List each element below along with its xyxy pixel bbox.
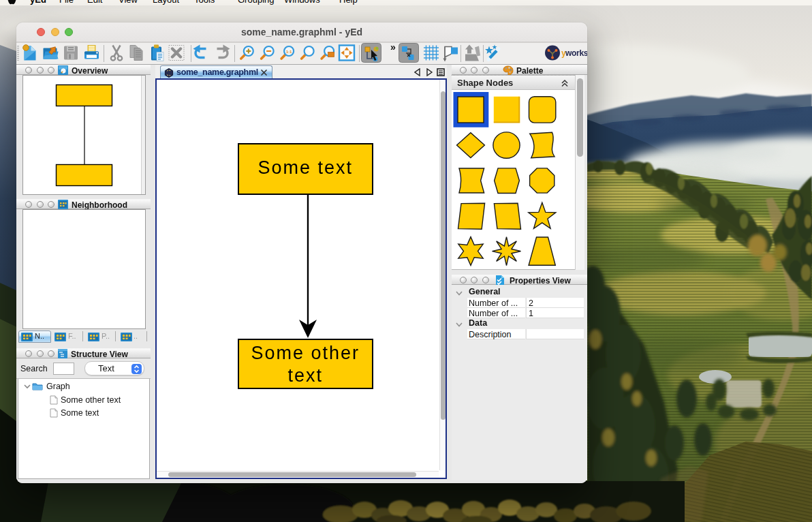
svg-text:works: works [565, 48, 587, 58]
svg-text:1:1: 1:1 [286, 50, 292, 54]
svg-text:»: » [390, 42, 396, 52]
